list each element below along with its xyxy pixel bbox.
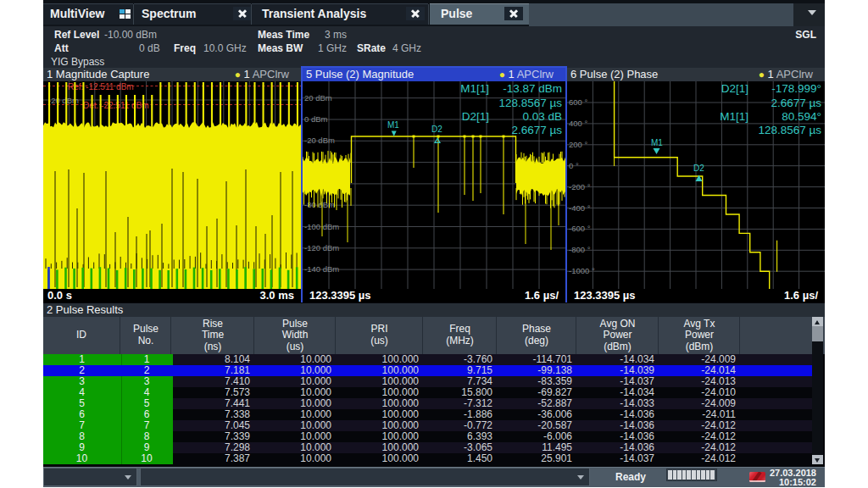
svg-text:0 °: 0 ° [569, 161, 579, 170]
svg-text:D2: D2 [693, 164, 704, 173]
svg-text:20 dBm: 20 dBm [304, 93, 332, 103]
svg-text:200 °: 200 ° [569, 140, 587, 149]
svg-text:128.8567 µs: 128.8567 µs [498, 97, 562, 109]
svg-text:128.8567 µs: 128.8567 µs [758, 124, 821, 136]
svg-text:D2[1]: D2[1] [462, 110, 489, 123]
svg-text:-400 °: -400 ° [569, 203, 591, 213]
svg-text:-20 dBm: -20 dBm [304, 136, 335, 145]
svg-text:600 °: 600 ° [569, 97, 587, 107]
svg-text:-600 °: -600 ° [569, 224, 591, 233]
svg-text:Ref. -12.511 dBm: Ref. -12.511 dBm [68, 82, 134, 92]
svg-text:0.03 dB: 0.03 dB [522, 110, 562, 123]
svg-text:0 dBm: 0 dBm [304, 114, 328, 124]
svg-text:M1[1]: M1[1] [460, 82, 489, 95]
svg-text:-178.999°: -178.999° [771, 82, 821, 95]
svg-text:2.6677 µs: 2.6677 µs [771, 97, 821, 109]
svg-text:M1: M1 [387, 120, 399, 130]
svg-text:80.594°: 80.594° [782, 110, 821, 123]
svg-text:M1[1]: M1[1] [720, 110, 748, 123]
svg-text:-120 dBm: -120 dBm [304, 243, 339, 252]
svg-text:2.6677 µs: 2.6677 µs [511, 124, 562, 136]
svg-text:400 °: 400 ° [569, 119, 587, 128]
svg-text:-800 °: -800 ° [569, 245, 591, 254]
svg-text:M1: M1 [651, 138, 663, 147]
svg-text:-140 dBm: -140 dBm [304, 264, 339, 274]
svg-text:D2[1]: D2[1] [721, 82, 748, 95]
svg-text:-1000 °: -1000 ° [569, 266, 595, 275]
svg-text:D2: D2 [431, 125, 442, 134]
svg-text:-200 °: -200 ° [569, 182, 591, 191]
svg-text:Det. -22.511 dBm: Det. -22.511 dBm [83, 101, 149, 110]
svg-text:-13.87 dBm: -13.87 dBm [503, 82, 562, 95]
